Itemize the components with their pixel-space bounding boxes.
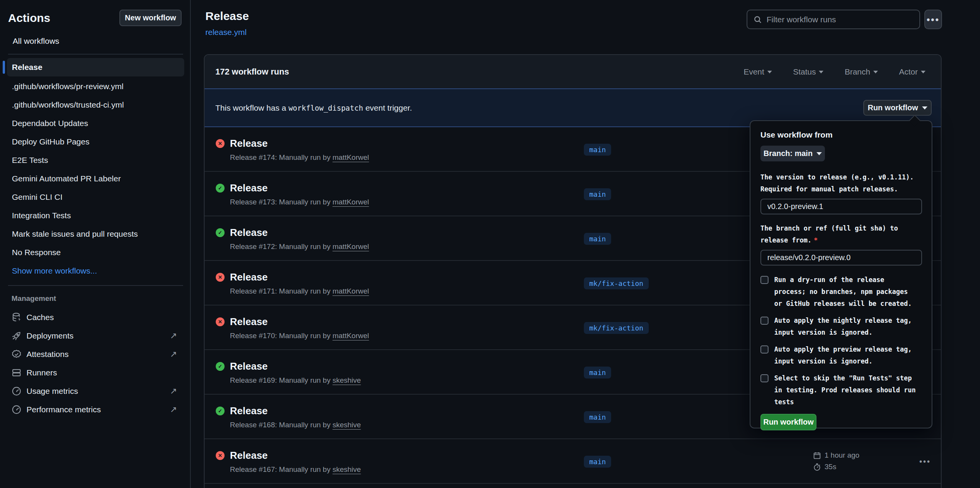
- run-description: Release #170: Manually run by mattKorwel: [230, 332, 369, 340]
- external-link-icon: ↗: [170, 405, 177, 415]
- branch-badge[interactable]: main: [584, 144, 611, 156]
- dry-run-checkbox[interactable]: [760, 276, 768, 284]
- run-duration: 35s: [825, 463, 836, 471]
- chevron-down-icon: [873, 71, 878, 73]
- run-workflow-submit-button[interactable]: Run workflow: [760, 414, 816, 430]
- run-title[interactable]: Release: [230, 138, 268, 149]
- sidebar-item-performance-metrics[interactable]: Performance metrics ↗: [0, 400, 191, 419]
- sidebar-item-release-selected[interactable]: Release: [0, 57, 191, 77]
- x-circle-icon: [216, 273, 225, 282]
- ref-input-label: The branch or ref (full git sha) to rele…: [760, 222, 921, 246]
- branch-selector-button[interactable]: Branch: main: [760, 146, 825, 161]
- branch-badge[interactable]: main: [584, 367, 611, 378]
- check-circle-icon: [216, 228, 225, 237]
- sidebar-item-workflow[interactable]: Mark stale issues and pull requests: [0, 225, 191, 243]
- branch-badge[interactable]: main: [584, 411, 611, 423]
- branch-badge[interactable]: mk/fix-action: [584, 322, 649, 334]
- page-title: Release: [205, 10, 249, 23]
- run-description: Release #173: Manually run by mattKorwel: [230, 198, 369, 206]
- workflow-options-button[interactable]: [924, 10, 942, 29]
- filter-branch[interactable]: Branch: [844, 67, 878, 76]
- run-workflow-dropdown-button[interactable]: Run workflow: [863, 100, 932, 116]
- workflow-file-link[interactable]: release.yml: [205, 28, 246, 37]
- actor-link[interactable]: skeshive: [332, 421, 361, 429]
- sidebar-item-workflow[interactable]: Gemini Automated PR Labeler: [0, 169, 191, 188]
- filter-workflow-runs-input[interactable]: [767, 15, 905, 24]
- ref-input[interactable]: [760, 250, 922, 266]
- branch-badge[interactable]: main: [584, 233, 611, 245]
- sidebar-item-workflow[interactable]: Dependabot Updates: [0, 114, 191, 133]
- branch-badge[interactable]: main: [584, 456, 611, 468]
- meter-icon: [12, 405, 21, 415]
- run-description: Release #169: Manually run by skeshive: [230, 376, 361, 385]
- actor-link[interactable]: mattKorwel: [332, 153, 369, 161]
- skip-tests-checkbox[interactable]: [760, 374, 768, 382]
- branch-badge[interactable]: main: [584, 188, 611, 200]
- run-description: Release #174: Manually run by mattKorwel: [230, 153, 369, 162]
- stopwatch-icon: [813, 463, 821, 471]
- run-title[interactable]: Release: [230, 227, 268, 239]
- sidebar-item-usage-metrics[interactable]: Usage metrics ↗: [0, 382, 191, 400]
- check-circle-icon: [216, 362, 225, 371]
- actor-link[interactable]: mattKorwel: [332, 332, 369, 340]
- filter-actor[interactable]: Actor: [899, 67, 925, 76]
- actor-link[interactable]: skeshive: [332, 376, 361, 384]
- sidebar-item-deployments[interactable]: Deployments ↗: [0, 327, 191, 345]
- run-title[interactable]: Release: [230, 360, 268, 372]
- new-workflow-button[interactable]: New workflow: [119, 10, 182, 26]
- checkbox-label: Run a dry-run of the release process; no…: [774, 274, 916, 310]
- sidebar-item-workflow[interactable]: Integration Tests: [0, 206, 191, 225]
- run-options-button[interactable]: [916, 455, 935, 468]
- run-title[interactable]: Release: [230, 271, 268, 283]
- verified-icon: [12, 349, 21, 359]
- run-title[interactable]: Release: [230, 450, 268, 461]
- actions-sidebar: Actions New workflow All workflows Relea…: [0, 0, 191, 488]
- runs-count: 172 workflow runs: [215, 67, 289, 77]
- sidebar-item-runners[interactable]: Runners: [0, 364, 191, 382]
- sidebar-item-workflow[interactable]: Gemini CLI CI: [0, 188, 191, 206]
- checkbox-label: Auto apply the preview release tag, inpu…: [774, 344, 916, 367]
- branch-badge[interactable]: mk/fix-action: [584, 277, 649, 289]
- checkbox-row-preview: Auto apply the preview release tag, inpu…: [760, 344, 922, 367]
- actor-link[interactable]: skeshive: [332, 465, 361, 473]
- run-time: 1 hour ago: [825, 451, 859, 460]
- sidebar-item-workflow[interactable]: No Response: [0, 243, 191, 262]
- filter-event[interactable]: Event: [744, 67, 772, 76]
- runs-header: 172 workflow runs Event Status Branch Ac…: [205, 55, 941, 89]
- show-more-workflows-link[interactable]: Show more workflows...: [0, 262, 191, 280]
- nightly-tag-checkbox[interactable]: [760, 317, 768, 325]
- calendar-icon: [813, 451, 821, 460]
- sidebar-item-workflow[interactable]: .github/workflows/pr-review.yml: [0, 77, 191, 96]
- run-title[interactable]: Release: [230, 405, 268, 417]
- actor-link[interactable]: mattKorwel: [332, 242, 369, 251]
- sidebar-divider: [8, 285, 183, 286]
- run-title[interactable]: Release: [230, 182, 268, 194]
- chevron-down-icon: [816, 152, 822, 155]
- run-title[interactable]: Release: [230, 316, 268, 328]
- sidebar-item-attestations[interactable]: Attestations ↗: [0, 345, 191, 364]
- sidebar-item-workflow[interactable]: Deploy GitHub Pages: [0, 133, 191, 151]
- x-circle-icon: [216, 139, 225, 148]
- external-link-icon: ↗: [170, 349, 177, 359]
- version-input-label: The version to release (e.g., v0.1.11). …: [760, 171, 921, 195]
- actor-link[interactable]: mattKorwel: [332, 287, 369, 295]
- version-input[interactable]: [760, 199, 922, 214]
- sidebar-item-workflow[interactable]: .github/workflows/trusted-ci.yml: [0, 96, 191, 114]
- sidebar-item-workflow[interactable]: E2E Tests: [0, 151, 191, 169]
- check-circle-icon: [216, 184, 225, 193]
- sidebar-title: Actions: [8, 12, 50, 25]
- workflow-run-row[interactable]: Release Release #167: Manually run by sk…: [205, 439, 941, 484]
- checkbox-label: Auto apply the nightly release tag, inpu…: [774, 315, 916, 339]
- external-link-icon: ↗: [170, 386, 177, 396]
- chevron-down-icon: [819, 71, 823, 73]
- actor-link[interactable]: mattKorwel: [332, 198, 369, 206]
- filter-status[interactable]: Status: [793, 67, 824, 76]
- run-meta: 1 hour ago 35s: [813, 450, 859, 473]
- popup-checkboxes: Run a dry-run of the release process; no…: [760, 274, 922, 408]
- sidebar-item-all-workflows[interactable]: All workflows: [5, 33, 185, 50]
- preview-tag-checkbox[interactable]: [760, 345, 768, 354]
- code-workflow-dispatch: workflow_dispatch: [288, 104, 363, 112]
- workflow-list: Release .github/workflows/pr-review.yml …: [0, 57, 191, 280]
- kebab-icon: [927, 15, 940, 24]
- sidebar-item-caches[interactable]: Caches: [0, 308, 191, 327]
